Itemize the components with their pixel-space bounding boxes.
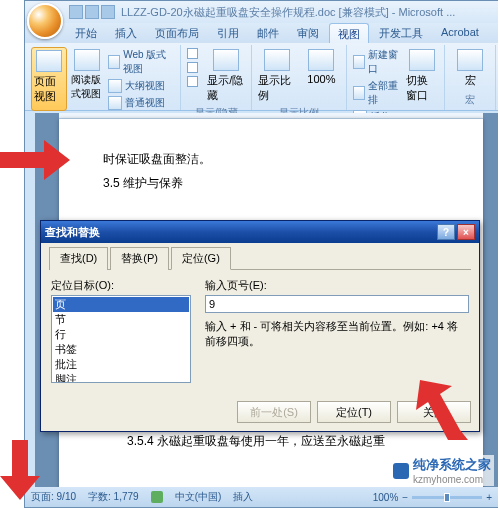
checkbox-icon xyxy=(187,62,198,73)
tab-review[interactable]: 审阅 xyxy=(289,23,327,43)
arrange-icon xyxy=(353,86,365,100)
btn-web-layout[interactable]: Web 版式视图 xyxy=(106,47,176,77)
qat-redo-icon[interactable] xyxy=(101,5,115,19)
group-macro: 宏 宏 xyxy=(445,45,496,110)
qat-undo-icon[interactable] xyxy=(85,5,99,19)
arrange-label: 全部重排 xyxy=(368,79,400,107)
svg-marker-0 xyxy=(0,140,70,180)
dtab-replace[interactable]: 替换(P) xyxy=(110,247,169,270)
btn-100[interactable]: 100% xyxy=(300,47,342,105)
page-view-icon xyxy=(36,50,62,72)
list-item[interactable]: 页 xyxy=(53,297,189,312)
tab-layout[interactable]: 页面布局 xyxy=(147,23,207,43)
btn-newwin[interactable]: 新建窗口 xyxy=(351,47,402,77)
target-listbox[interactable]: 页 节 行 书签 批注 脚注 xyxy=(51,295,191,383)
dialog-titlebar[interactable]: 查找和替换 ? × xyxy=(41,221,479,243)
zoom-plus-icon[interactable]: + xyxy=(486,492,492,503)
btn-page-view[interactable]: 页面视图 xyxy=(31,47,67,111)
status-words[interactable]: 字数: 1,779 xyxy=(88,490,139,504)
list-item[interactable]: 书签 xyxy=(53,342,189,357)
dialog-title: 查找和替换 xyxy=(45,225,100,240)
office-button[interactable] xyxy=(27,3,63,39)
list-item[interactable]: 行 xyxy=(53,327,189,342)
dialog-help-button[interactable]: ? xyxy=(437,224,455,240)
zoom-label: 显示比例 xyxy=(258,73,296,103)
chk-grid[interactable] xyxy=(185,61,203,74)
btn-normal[interactable]: 普通视图 xyxy=(106,95,176,111)
pct-label: 100% xyxy=(307,73,335,85)
quick-access-toolbar xyxy=(69,5,115,19)
group-showhide: 显示/隐藏 显示/隐藏 xyxy=(181,45,252,110)
macro-label: 宏 xyxy=(465,73,476,88)
btn-previous[interactable]: 前一处(S) xyxy=(237,401,311,423)
switch-icon xyxy=(409,49,435,71)
input-label: 输入页号(E): xyxy=(205,278,469,293)
newwin-icon xyxy=(353,55,365,69)
checkbox-icon xyxy=(187,48,198,59)
tab-insert[interactable]: 插入 xyxy=(107,23,145,43)
tab-view[interactable]: 视图 xyxy=(329,23,369,43)
group-zoom: 显示比例 100% 显示比例 xyxy=(252,45,347,110)
dtab-find[interactable]: 查找(D) xyxy=(49,247,108,270)
ribbon-tabs: 开始 插入 页面布局 引用 邮件 审阅 视图 开发工具 Acrobat xyxy=(25,23,498,43)
btn-goto[interactable]: 定位(T) xyxy=(317,401,391,423)
group-document-views: 页面视图 阅读版式视图 Web 版式视图 大纲视图 普通视图 文档视图 xyxy=(27,45,181,110)
page-number-input[interactable] xyxy=(205,295,469,313)
qat-save-icon[interactable] xyxy=(69,5,83,19)
svg-marker-1 xyxy=(416,380,468,440)
goto-input-panel: 输入页号(E): 输入 + 和 - 可将相关内容移至当前位置。例如: +4 将前… xyxy=(205,278,469,383)
btn-zoom[interactable]: 显示比例 xyxy=(256,47,298,105)
group-label-macro: 宏 xyxy=(449,92,491,108)
macro-icon xyxy=(457,49,483,71)
status-mode[interactable]: 插入 xyxy=(233,490,253,504)
tab-home[interactable]: 开始 xyxy=(67,23,105,43)
btn-macro[interactable]: 宏 xyxy=(449,47,491,92)
list-item[interactable]: 脚注 xyxy=(53,372,189,383)
status-proof-icon[interactable] xyxy=(151,491,163,503)
tab-acrobat[interactable]: Acrobat xyxy=(433,23,487,43)
title-bar: LLZZ-GD-20永磁起重吸盘安全操作规程.doc [兼容模式] - Micr… xyxy=(25,1,498,23)
goto-target-panel: 定位目标(O): 页 节 行 书签 批注 脚注 xyxy=(51,278,191,383)
watermark-icon xyxy=(393,463,409,479)
tab-references[interactable]: 引用 xyxy=(209,23,247,43)
chk-msgbar[interactable] xyxy=(185,75,203,88)
svg-marker-2 xyxy=(0,440,40,500)
group-window: 新建窗口 全部重排 拆分 切换窗口 窗口 xyxy=(347,45,445,110)
checkbox-icon xyxy=(187,76,198,87)
body-line: 3.5.4 永磁起重吸盘每使用一年，应送至永磁起重 xyxy=(103,429,439,453)
list-item[interactable]: 批注 xyxy=(53,357,189,372)
window-title: LLZZ-GD-20永磁起重吸盘安全操作规程.doc [兼容模式] - Micr… xyxy=(121,5,494,20)
web-icon xyxy=(108,55,120,69)
body-line: 时保证吸盘面整洁。 xyxy=(103,147,439,171)
zoom-thumb[interactable] xyxy=(444,493,450,502)
dtab-goto[interactable]: 定位(G) xyxy=(171,247,231,270)
status-lang[interactable]: 中文(中国) xyxy=(175,490,222,504)
status-bar: 页面: 9/10 字数: 1,779 中文(中国) 插入 100% − + xyxy=(25,487,498,507)
tab-developer[interactable]: 开发工具 xyxy=(371,23,431,43)
zoom-slider[interactable]: 100% − + xyxy=(373,492,492,503)
dialog-content: 定位目标(O): 页 节 行 书签 批注 脚注 输入页号(E): 输入 + 和 … xyxy=(49,270,471,391)
zoom-icon xyxy=(264,49,290,71)
btn-showhide[interactable]: 显示/隐藏 xyxy=(205,47,247,105)
zoom-minus-icon[interactable]: − xyxy=(402,492,408,503)
zoom-value: 100% xyxy=(373,492,399,503)
watermark-url: kzmyhome.com xyxy=(413,474,491,485)
pct-icon xyxy=(308,49,334,71)
showhide-label: 显示/隐藏 xyxy=(207,73,245,103)
outline-icon xyxy=(108,79,122,93)
tab-mailings[interactable]: 邮件 xyxy=(249,23,287,43)
list-item[interactable]: 节 xyxy=(53,312,189,327)
zoom-track[interactable] xyxy=(412,496,482,499)
normal-icon xyxy=(108,96,122,110)
page-view-label: 页面视图 xyxy=(34,74,64,104)
dialog-close-button[interactable]: × xyxy=(457,224,475,240)
goto-hint: 输入 + 和 - 可将相关内容移至当前位置。例如: +4 将前移四项。 xyxy=(205,319,469,350)
watermark-text: 纯净系统之家 xyxy=(413,456,491,474)
annotation-arrow-icon xyxy=(0,440,40,500)
btn-arrange[interactable]: 全部重排 xyxy=(351,78,402,108)
btn-outline[interactable]: 大纲视图 xyxy=(106,78,176,94)
normal-label: 普通视图 xyxy=(125,96,165,110)
watermark: 纯净系统之家 kzmyhome.com xyxy=(390,455,494,486)
btn-read-view[interactable]: 阅读版式视图 xyxy=(69,47,105,111)
chk-ruler[interactable] xyxy=(185,47,203,60)
